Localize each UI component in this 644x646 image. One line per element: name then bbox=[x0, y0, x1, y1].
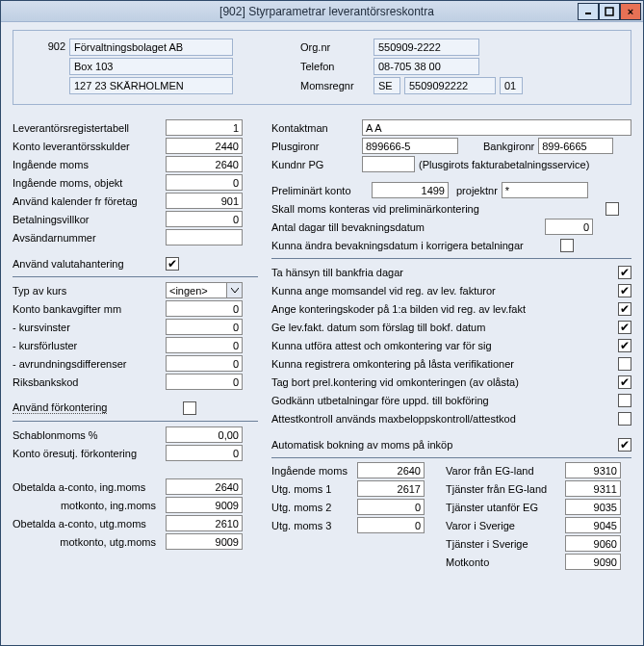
andra-bev-checkbox[interactable] bbox=[560, 239, 574, 252]
option-label: Tag bort prel.kontering vid omkonteringe… bbox=[271, 376, 618, 388]
left-separator-2 bbox=[13, 421, 258, 422]
option-row: Godkänn utbetalningar före uppd. till bo… bbox=[271, 391, 631, 409]
avs-nr-input[interactable] bbox=[166, 229, 243, 245]
andra-bev-label: Kunna ändra bevakningsdatum i korrigera … bbox=[271, 240, 560, 251]
vat-left-input[interactable] bbox=[357, 462, 425, 478]
option-checkbox[interactable] bbox=[618, 284, 631, 297]
motk-utg-input[interactable] bbox=[166, 533, 243, 550]
levregtabell-label: Leverantörsregistertabell bbox=[13, 122, 162, 134]
aconto-ing-label: Obetalda a-conto, ing.moms bbox=[13, 481, 162, 493]
vat-left-input[interactable] bbox=[357, 499, 425, 515]
option-label: Kunna registrera omkontering på låsta ve… bbox=[271, 358, 618, 370]
option-label: Kunna ange momsandel vid reg. av lev. fa… bbox=[271, 285, 618, 297]
option-checkbox[interactable] bbox=[618, 266, 631, 279]
chevron-down-icon[interactable] bbox=[226, 283, 242, 297]
client-area: 902 Förvaltningsbolaget AB Box 103 127 2… bbox=[1, 22, 643, 645]
kundnr-pg-input[interactable] bbox=[362, 156, 415, 172]
left-separator-1 bbox=[13, 276, 258, 277]
company-header: 902 Förvaltningsbolaget AB Box 103 127 2… bbox=[13, 30, 631, 105]
option-row: Kunna ange momsandel vid reg. av lev. fa… bbox=[271, 281, 631, 299]
vat-right-label: Tjänster utanför EG bbox=[446, 502, 561, 513]
ing-moms-obj-label: Ingående moms, objekt bbox=[13, 177, 162, 189]
moms-prel-checkbox[interactable] bbox=[605, 202, 619, 216]
aconto-ing-input[interactable] bbox=[166, 478, 243, 495]
minimize-button[interactable] bbox=[578, 3, 599, 20]
konto-bankavg-label: Konto bankavgifter mm bbox=[13, 303, 162, 315]
option-checkbox[interactable] bbox=[618, 412, 631, 426]
option-label: Ta hänsyn till bankfria dagar bbox=[271, 267, 618, 278]
avrund-input[interactable] bbox=[166, 355, 243, 372]
vat-right-input[interactable] bbox=[565, 462, 621, 478]
forkontering-checkbox[interactable] bbox=[183, 401, 196, 415]
option-row: Kunna utföra attest och omkontering var … bbox=[271, 336, 631, 354]
vat-left-label: Utg. moms 3 bbox=[271, 520, 353, 531]
vat-left-label: Utg. moms 1 bbox=[271, 483, 353, 495]
bankgironr-input[interactable] bbox=[538, 138, 613, 154]
bankgironr-label: Bankgironr bbox=[483, 141, 534, 152]
valuta-checkbox[interactable] bbox=[166, 257, 179, 271]
option-label: Godkänn utbetalningar före uppd. till bo… bbox=[271, 395, 618, 406]
vat-right-input[interactable] bbox=[565, 554, 621, 570]
oresutj-label: Konto öresutj. förkontering bbox=[13, 448, 162, 459]
levregtabell-input[interactable] bbox=[166, 119, 243, 136]
orgnr-field: 550909-2222 bbox=[374, 39, 479, 56]
titlebar: [902] Styrparametrar leverantörsreskontr… bbox=[1, 1, 643, 22]
plusgironr-input[interactable] bbox=[362, 138, 458, 154]
company-city-field: 127 23 SKÄRHOLMEN bbox=[69, 77, 233, 94]
company-address-block: 902 Förvaltningsbolaget AB Box 103 127 2… bbox=[23, 39, 233, 94]
avs-nr-label: Avsändarnummer bbox=[13, 232, 162, 244]
oresutj-input[interactable] bbox=[166, 445, 243, 461]
body-columns: Leverantörsregistertabell Konto leverant… bbox=[13, 118, 631, 570]
prel-konto-input[interactable] bbox=[372, 182, 449, 198]
momsregnr-label: Momsregnr bbox=[300, 77, 368, 94]
motk-utg-label: motkonto, utg.moms bbox=[13, 536, 162, 548]
auto-moms-checkbox[interactable] bbox=[618, 438, 631, 452]
window-title: [902] Styrparametrar leverantörsreskontr… bbox=[11, 5, 643, 18]
vat-right-input[interactable] bbox=[565, 499, 621, 515]
vat-suffix-field: 01 bbox=[500, 77, 523, 94]
typ-kurs-combo[interactable]: <ingen> bbox=[166, 282, 243, 298]
option-checkbox[interactable] bbox=[618, 357, 631, 371]
vat-right-input[interactable] bbox=[565, 480, 621, 497]
ing-moms-input[interactable] bbox=[166, 156, 243, 172]
konto-bankavg-input[interactable] bbox=[166, 300, 243, 317]
motk-ing-input[interactable] bbox=[166, 497, 243, 513]
aconto-utg-input[interactable] bbox=[166, 515, 243, 531]
motk-ing-label: motkonto, ing.moms bbox=[13, 500, 162, 511]
vat-left-input[interactable] bbox=[357, 517, 425, 533]
telefon-label: Telefon bbox=[300, 58, 368, 75]
kursforlust-input[interactable] bbox=[166, 337, 243, 353]
proj-input[interactable] bbox=[502, 182, 588, 198]
dagar-input[interactable] bbox=[545, 219, 593, 235]
option-row: Ta hänsyn till bankfria dagar bbox=[271, 263, 631, 281]
konto-levskuld-input[interactable] bbox=[166, 138, 243, 154]
option-row: Ge lev.fakt. datum som förslag till bokf… bbox=[271, 318, 631, 336]
vat-right-label: Motkonto bbox=[446, 556, 561, 568]
riks-input[interactable] bbox=[166, 374, 243, 390]
vat-right-label: Varor från EG-land bbox=[446, 465, 561, 477]
option-label: Ge lev.fakt. datum som förslag till bokf… bbox=[271, 322, 618, 333]
vat-left-input[interactable] bbox=[357, 480, 425, 497]
option-checkbox[interactable] bbox=[618, 394, 631, 407]
option-checkbox[interactable] bbox=[618, 339, 631, 352]
option-checkbox[interactable] bbox=[618, 321, 631, 334]
vat-right-input[interactable] bbox=[565, 517, 621, 533]
option-checkbox[interactable] bbox=[618, 302, 631, 316]
option-row: Attestkontroll används maxbeloppskontrol… bbox=[271, 409, 631, 427]
kal-ftg-input[interactable] bbox=[166, 193, 243, 209]
option-checkbox[interactable] bbox=[618, 375, 631, 389]
ing-moms-obj-input[interactable] bbox=[166, 174, 243, 191]
bet-villkor-input[interactable] bbox=[166, 211, 243, 227]
telefon-field: 08-705 38 00 bbox=[374, 58, 479, 75]
company-id: 902 bbox=[23, 39, 69, 94]
kontaktman-input[interactable] bbox=[362, 119, 631, 136]
maximize-button[interactable] bbox=[599, 3, 620, 20]
right-separator-2 bbox=[271, 457, 631, 458]
company-box-field: Box 103 bbox=[69, 58, 233, 75]
vat-left-label: Ingående moms bbox=[271, 465, 353, 477]
vat-right-input[interactable] bbox=[565, 535, 621, 552]
kursvinst-input[interactable] bbox=[166, 319, 243, 335]
close-button[interactable]: × bbox=[620, 3, 641, 20]
schablon-input[interactable] bbox=[166, 426, 243, 443]
vat-right-label: Varor i Sverige bbox=[446, 520, 561, 531]
